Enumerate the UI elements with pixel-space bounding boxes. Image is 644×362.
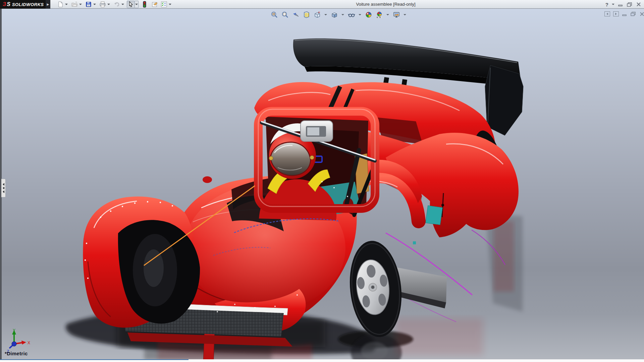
bottom-border xyxy=(0,359,644,362)
view-settings-dropdown[interactable] xyxy=(403,11,407,19)
app-name: SOLIDWORKS xyxy=(12,2,44,7)
titlebar: ЗS SOLIDWORKS ▶ xyxy=(0,0,644,9)
model-render[interactable] xyxy=(0,9,644,360)
undo-icon xyxy=(113,1,120,8)
split-pane-left-icon xyxy=(605,12,609,15)
print-dropdown[interactable] xyxy=(107,1,110,8)
menu-expand-arrow-icon[interactable]: ▶ xyxy=(46,0,50,9)
undo-dropdown[interactable] xyxy=(121,1,124,8)
headsup-view-toolbar xyxy=(270,11,410,19)
open-button[interactable] xyxy=(70,1,78,8)
triad-x-label: X xyxy=(28,341,30,345)
minimize-document-button[interactable] xyxy=(622,12,627,16)
solidworks-window: ЗS SOLIDWORKS ▶ xyxy=(0,0,644,362)
previous-view-icon xyxy=(292,11,300,18)
close-button[interactable] xyxy=(636,2,641,7)
open-dropdown[interactable] xyxy=(78,1,82,8)
section-view-icon xyxy=(303,11,310,18)
file-properties-button[interactable] xyxy=(151,1,159,8)
new-document-icon xyxy=(57,1,64,8)
undo-button[interactable] xyxy=(113,1,121,8)
save-button[interactable] xyxy=(85,1,93,8)
display-style-button[interactable] xyxy=(330,11,338,19)
view-orientation-icon xyxy=(314,11,321,18)
apply-scene-icon xyxy=(376,11,383,18)
select-cursor-icon xyxy=(128,1,134,7)
select-dropdown[interactable] xyxy=(135,1,139,8)
split-pane-right-icon xyxy=(614,12,618,15)
save-icon xyxy=(85,1,92,8)
zoom-to-area-button[interactable] xyxy=(281,11,289,19)
solidworks-logo: ЗS SOLIDWORKS xyxy=(0,0,46,9)
new-document-button[interactable] xyxy=(56,1,64,8)
save-dropdown[interactable] xyxy=(93,1,96,8)
minimize-button[interactable] xyxy=(618,2,623,7)
file-properties-icon xyxy=(151,1,158,8)
close-document-button[interactable] xyxy=(639,12,644,16)
edit-appearance-button[interactable] xyxy=(365,11,373,19)
rebuild-traffic-light-icon xyxy=(142,1,148,8)
zoom-to-fit-button[interactable] xyxy=(270,11,278,19)
new-dropdown[interactable] xyxy=(64,1,68,8)
restore-button[interactable] xyxy=(627,2,633,7)
print-icon xyxy=(99,1,106,8)
hide-show-items-button[interactable] xyxy=(347,11,356,19)
rebuild-button[interactable] xyxy=(141,1,149,8)
window-controls: ? xyxy=(605,0,641,9)
document-window-controls xyxy=(604,11,644,16)
restore-document-button[interactable] xyxy=(630,11,636,16)
apply-scene-button[interactable] xyxy=(375,11,383,19)
select-button[interactable] xyxy=(127,1,135,8)
hide-show-items-dropdown[interactable] xyxy=(358,11,362,19)
feature-manager-collapse-tab[interactable] xyxy=(1,179,6,197)
help-button[interactable]: ? xyxy=(605,2,608,7)
previous-view-button[interactable] xyxy=(292,11,300,19)
view-orientation-dropdown[interactable] xyxy=(324,11,327,19)
view-orientation-button[interactable] xyxy=(313,11,321,19)
split-pane-right-button[interactable] xyxy=(613,11,619,16)
hide-show-items-icon xyxy=(348,11,355,18)
collapse-arrow-icon xyxy=(3,187,4,189)
triad-y-label: Y xyxy=(13,328,15,333)
view-settings-button[interactable] xyxy=(392,11,400,19)
options-icon xyxy=(161,1,167,8)
collapse-arrow-icon xyxy=(3,183,4,186)
view-orientation-label: *Dimetric xyxy=(5,351,28,356)
edit-appearance-icon xyxy=(365,11,372,18)
display-style-icon xyxy=(331,11,338,18)
bottom-border-accent xyxy=(0,359,189,360)
graphics-viewport[interactable]: Y X Z *Dimetric xyxy=(0,9,644,360)
zoom-to-area-icon xyxy=(281,11,289,18)
options-button[interactable] xyxy=(160,1,168,8)
open-folder-icon xyxy=(71,1,78,8)
zoom-to-fit-icon xyxy=(271,11,278,18)
main-toolbar xyxy=(56,1,174,8)
split-pane-left-button[interactable] xyxy=(604,11,610,16)
print-button[interactable] xyxy=(99,1,107,8)
logo-mark: З xyxy=(3,1,6,7)
help-dropdown[interactable] xyxy=(612,4,614,5)
display-style-dropdown[interactable] xyxy=(341,11,344,19)
document-title: Voiture assemblee [Read-only] xyxy=(171,0,600,8)
view-settings-icon xyxy=(393,11,400,18)
section-view-button[interactable] xyxy=(303,11,311,19)
collapse-arrow-icon xyxy=(3,190,4,193)
apply-scene-dropdown[interactable] xyxy=(386,11,389,19)
